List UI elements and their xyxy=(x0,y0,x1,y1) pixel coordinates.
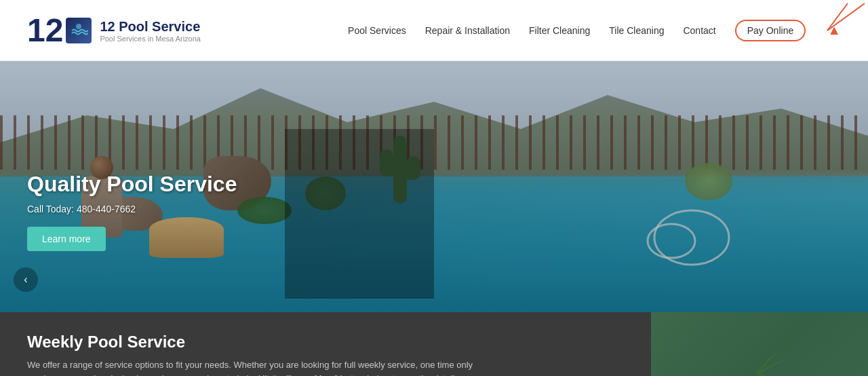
bottom-section: Weekly Pool Service We offer a range of … xyxy=(0,312,868,376)
header: 12 12 Pool Service Pool Services in Mesa… xyxy=(0,0,868,61)
nav-pool-services[interactable]: Pool Services xyxy=(348,25,406,36)
hero-prev-arrow[interactable]: ‹ xyxy=(14,267,38,292)
hero-content: Quality Pool Service Call Today: 480-440… xyxy=(27,172,237,251)
weekly-service-title: Weekly Pool Service xyxy=(27,333,624,352)
alert-triangle-icon: ▲ xyxy=(827,22,841,38)
weekly-service-text: We offer a range of service options to f… xyxy=(27,358,488,376)
nav-tile-cleaning[interactable]: Tile Cleaning xyxy=(609,25,664,36)
nav-repair-installation[interactable]: Repair & Installation xyxy=(425,25,510,36)
brand-name: 12 Pool Service xyxy=(100,18,201,35)
logo-area: 12 12 Pool Service Pool Services in Mesa… xyxy=(27,14,201,47)
hero-phone: Call Today: 480-440-7662 xyxy=(27,204,237,214)
logo-text: 12 Pool Service Pool Services in Mesa Ar… xyxy=(100,18,201,43)
logo-number: 12 xyxy=(27,14,63,47)
svg-point-0 xyxy=(76,24,81,29)
hero-title: Quality Pool Service xyxy=(27,172,237,197)
logo-icon: 12 xyxy=(27,14,92,47)
logo-emblem xyxy=(66,18,92,43)
left-arrow-icon: ‹ xyxy=(24,274,27,286)
brand-subtitle: Pool Services in Mesa Arizona xyxy=(100,35,201,43)
bottom-content: Weekly Pool Service We offer a range of … xyxy=(0,312,651,376)
nav-contact[interactable]: Contact xyxy=(683,25,715,36)
learn-more-button[interactable]: Learn more xyxy=(27,227,106,251)
nav-filter-cleaning[interactable]: Filter Cleaning xyxy=(529,25,590,36)
bottom-service-image xyxy=(651,312,868,376)
hero-section: Quality Pool Service Call Today: 480-440… xyxy=(0,61,868,312)
pay-online-button[interactable]: Pay Online xyxy=(735,20,806,41)
main-nav: Pool Services Repair & Installation Filt… xyxy=(348,20,841,41)
pool-wave-icon xyxy=(69,21,88,40)
